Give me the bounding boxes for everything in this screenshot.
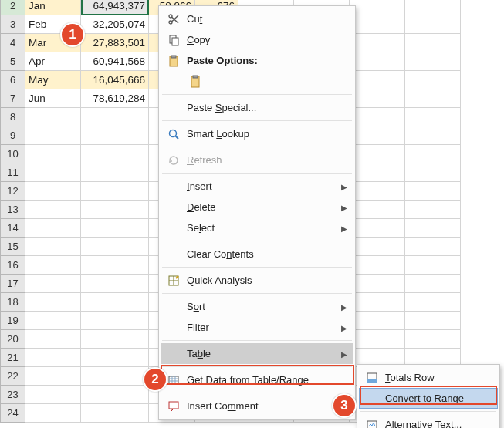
cell[interactable]: 64,943,377 [81, 0, 149, 15]
cell[interactable]: Jan [25, 0, 81, 15]
cell[interactable]: 27,883,501 [81, 34, 149, 52]
row-header[interactable]: 18 [1, 293, 25, 312]
cell[interactable] [81, 201, 149, 219]
row-header[interactable]: 14 [1, 219, 25, 238]
row-header[interactable]: 9 [1, 126, 25, 145]
cell[interactable] [25, 256, 81, 275]
cell[interactable] [25, 126, 81, 145]
cell[interactable] [25, 163, 81, 182]
row-header[interactable]: 24 [1, 404, 25, 423]
menu-cut[interactable]: Cut [161, 8, 353, 29]
cell[interactable] [405, 71, 461, 89]
cell[interactable] [81, 349, 149, 367]
cell[interactable] [405, 293, 461, 312]
cell[interactable] [405, 330, 461, 349]
cell[interactable] [81, 126, 149, 145]
cell[interactable] [25, 108, 81, 126]
cell[interactable] [81, 330, 149, 349]
menu-quick-analysis[interactable]: Quick Analysis [161, 270, 353, 291]
row-header[interactable]: 2 [1, 0, 25, 15]
cell[interactable] [350, 89, 405, 108]
cell[interactable] [25, 145, 81, 163]
cell[interactable] [350, 256, 405, 275]
cell[interactable] [405, 238, 461, 256]
cell[interactable] [25, 219, 81, 238]
menu-clear-contents[interactable]: Clear Contents [161, 244, 353, 265]
cell[interactable] [405, 0, 461, 15]
submenu-convert-to-range[interactable]: Convert to Range [359, 388, 498, 409]
cell[interactable] [350, 293, 405, 312]
cell[interactable] [350, 15, 405, 34]
menu-get-data[interactable]: Get Data from Table/Range [161, 369, 353, 390]
cell[interactable] [405, 219, 461, 238]
cell[interactable] [25, 201, 81, 219]
row-header[interactable]: 3 [1, 15, 25, 34]
cell[interactable] [81, 219, 149, 238]
row-header[interactable]: 21 [1, 349, 25, 367]
cell[interactable] [405, 163, 461, 182]
cell[interactable] [25, 349, 81, 367]
menu-insert[interactable]: Insert ▶ [161, 176, 353, 197]
cell[interactable] [405, 312, 461, 330]
row-header[interactable]: 17 [1, 275, 25, 293]
cell[interactable] [81, 275, 149, 293]
cell[interactable] [81, 182, 149, 201]
row-header[interactable]: 10 [1, 145, 25, 163]
cell[interactable] [25, 330, 81, 349]
row-header[interactable]: 16 [1, 256, 25, 275]
cell[interactable] [350, 182, 405, 201]
cell[interactable]: 78,619,284 [81, 89, 149, 108]
row-header[interactable]: 6 [1, 71, 25, 89]
submenu-alt-text[interactable]: Alternative Text... [359, 414, 498, 428]
cell[interactable] [350, 108, 405, 126]
row-header[interactable]: 19 [1, 312, 25, 330]
cell[interactable] [405, 108, 461, 126]
cell[interactable] [81, 145, 149, 163]
cell[interactable] [25, 386, 81, 404]
cell[interactable] [405, 52, 461, 71]
menu-select[interactable]: Select ▶ [161, 217, 353, 238]
cell[interactable] [25, 275, 81, 293]
row-header[interactable]: 7 [1, 89, 25, 108]
menu-smart-lookup[interactable]: Smart Lookup [161, 123, 353, 144]
menu-delete[interactable]: Delete ▶ [161, 197, 353, 217]
cell[interactable] [350, 275, 405, 293]
row-header[interactable]: 12 [1, 182, 25, 201]
menu-copy[interactable]: Copy [161, 29, 353, 50]
row-header[interactable]: 15 [1, 238, 25, 256]
cell[interactable] [81, 256, 149, 275]
cell[interactable] [350, 34, 405, 52]
cell[interactable] [350, 52, 405, 71]
cell[interactable] [81, 386, 149, 404]
menu-paste-default[interactable] [161, 71, 353, 92]
cell[interactable] [25, 182, 81, 201]
cell[interactable] [81, 404, 149, 423]
row-header[interactable]: 13 [1, 201, 25, 219]
cell[interactable] [25, 367, 81, 386]
submenu-totals-row[interactable]: Totals Row [359, 367, 498, 388]
cell[interactable] [350, 163, 405, 182]
cell[interactable] [405, 201, 461, 219]
row-header[interactable]: 11 [1, 163, 25, 182]
cell[interactable] [405, 15, 461, 34]
cell[interactable] [350, 238, 405, 256]
cell[interactable] [81, 108, 149, 126]
cell[interactable] [405, 182, 461, 201]
cell[interactable] [81, 293, 149, 312]
cell[interactable]: May [25, 71, 81, 89]
cell[interactable] [350, 145, 405, 163]
row-header[interactable]: 4 [1, 34, 25, 52]
row-header[interactable]: 5 [1, 52, 25, 71]
cell[interactable]: 16,045,666 [81, 71, 149, 89]
cell[interactable] [25, 312, 81, 330]
menu-filter[interactable]: Filter ▶ [161, 317, 353, 338]
menu-paste-special[interactable]: Paste Special... [161, 97, 353, 118]
cell[interactable] [25, 293, 81, 312]
cell[interactable] [25, 238, 81, 256]
cell[interactable] [405, 275, 461, 293]
cell[interactable] [25, 404, 81, 423]
cell[interactable] [350, 330, 405, 349]
menu-sort[interactable]: Sort ▶ [161, 296, 353, 317]
cell[interactable] [350, 71, 405, 89]
cell[interactable] [81, 312, 149, 330]
